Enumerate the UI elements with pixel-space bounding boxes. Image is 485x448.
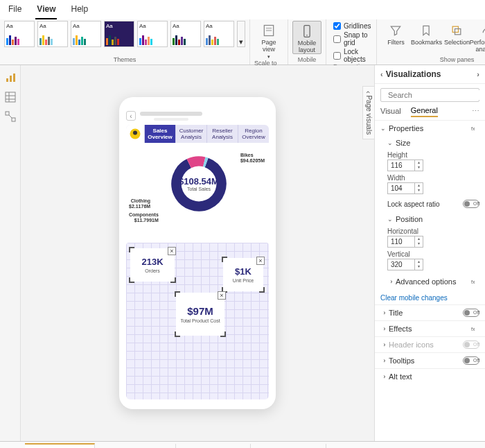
viz-header: ‹Visualizations ›	[375, 65, 485, 84]
theme-dropdown[interactable]: ▾	[237, 21, 245, 47]
performance-button[interactable]: Performanceanalyzer	[473, 21, 485, 53]
theme-swatch[interactable]: Aa	[4, 21, 35, 47]
viz-search[interactable]	[380, 88, 479, 102]
canvas[interactable]: ‹ Page visuals ‹ Sales Overview Customer…	[21, 65, 374, 441]
search-input[interactable]	[387, 90, 485, 100]
horizontal-input[interactable]: 110▴▾	[387, 236, 423, 248]
add-page-button[interactable]: +	[326, 445, 342, 449]
model-view-icon[interactable]	[5, 111, 16, 122]
donut-visual[interactable]: $108.54M Total Sales Bikes$94.6205M Clot…	[126, 144, 269, 240]
phone-tabs: Sales Overview Customer Analysis Reselle…	[126, 125, 269, 143]
gauge-icon	[480, 24, 485, 37]
theme-swatch[interactable]: Aa	[204, 21, 234, 47]
svg-rect-12	[13, 74, 15, 82]
page-tab[interactable]: Customer Analysis	[95, 444, 175, 449]
remove-card-button[interactable]: ×	[218, 291, 226, 300]
phone-back-button[interactable]: ‹	[126, 111, 136, 121]
viz-tab-general[interactable]: General	[411, 106, 438, 117]
placeholder-bar	[140, 112, 202, 116]
phone-tab-region[interactable]: Region Overview	[238, 125, 269, 143]
ribbon-group-scale: Pageview ▾ Scale to fit	[250, 19, 288, 64]
viz-more-button[interactable]: ⋯	[472, 107, 479, 117]
callout-clothing: Clothing$2.1176M	[129, 198, 150, 209]
mobile-layout-label: Mobilelayout	[298, 40, 317, 53]
page-view-label: Pageview	[261, 39, 276, 53]
field-horizontal: Horizontal 110▴▾	[387, 227, 479, 248]
total-sales-label: Total Sales	[187, 187, 211, 191]
section-properties[interactable]: ⌄Propertiesfx	[375, 121, 485, 136]
lock-checkbox[interactable]: Lock objects	[333, 48, 371, 63]
card-value: 213K	[141, 257, 163, 267]
bookmarks-button[interactable]: Bookmarks	[412, 21, 441, 53]
phone-tab-sales[interactable]: Sales Overview	[144, 125, 175, 143]
remove-card-button[interactable]: ×	[168, 247, 176, 255]
card-label: Orders	[145, 268, 159, 273]
fx-icon[interactable]: fx	[470, 278, 479, 286]
svg-point-4	[306, 35, 308, 36]
ribbon-label-panes: Show panes	[440, 56, 475, 64]
phone-frame: ‹ Sales Overview Customer Analysis Resel…	[119, 97, 276, 409]
page-tab[interactable]: Region Overview	[251, 444, 326, 449]
header-toggle: Off	[463, 341, 479, 349]
section-title[interactable]: ⌄TitleOff	[375, 305, 485, 320]
filters-button[interactable]: Filters	[381, 21, 410, 53]
menu-view[interactable]: View	[35, 3, 57, 19]
selection-button[interactable]: Selection	[442, 21, 471, 53]
phone-logo	[126, 125, 144, 143]
mobile-canvas-grid[interactable]: × 213K Orders × $1K Unit Price × $97M	[126, 243, 269, 399]
viz-tabs: Visual General ⋯	[375, 106, 485, 120]
theme-swatch[interactable]: Aa	[170, 21, 201, 47]
left-rail	[0, 65, 21, 441]
width-input[interactable]: 104▴▾	[387, 182, 423, 194]
phone-tab-reseller[interactable]: Reseller Analysis	[206, 125, 238, 143]
title-toggle[interactable]: Off	[463, 309, 479, 317]
page-view-button[interactable]: Pageview ▾	[254, 21, 283, 60]
svg-text:fx: fx	[471, 279, 475, 284]
phone-tab-customer[interactable]: Customer Analysis	[175, 125, 206, 143]
expand-pane-icon[interactable]: ›	[477, 70, 479, 78]
report-view-icon[interactable]	[5, 72, 16, 83]
height-input[interactable]: 116▴▾	[387, 160, 423, 171]
vertical-input[interactable]: 320▴▾	[387, 259, 423, 270]
section-position[interactable]: ⌄Position	[387, 211, 479, 225]
page-visuals-tab[interactable]: ‹ Page visuals	[362, 86, 374, 139]
theme-swatch[interactable]: Aa	[37, 21, 68, 47]
gridlines-checkbox[interactable]: Gridlines	[333, 22, 371, 30]
card-total-product-cost[interactable]: × $97M Total Product Cost	[176, 293, 224, 336]
ribbon-group-mobile: Mobilelayout Mobile	[288, 19, 326, 64]
section-effects[interactable]: ⌄Effectsfx	[375, 321, 485, 336]
data-view-icon[interactable]	[5, 92, 16, 103]
section-size[interactable]: ⌄Size	[387, 137, 479, 148]
theme-swatch[interactable]: Aa	[104, 21, 134, 47]
section-alt-text[interactable]: ⌄Alt text	[375, 369, 485, 384]
lock-aspect-row: Lock aspect ratio Off	[387, 200, 479, 208]
card-orders[interactable]: × 213K Orders	[130, 248, 175, 282]
svg-rect-1	[266, 28, 272, 29]
remove-card-button[interactable]: ×	[256, 257, 265, 265]
svg-text:fx: fx	[471, 126, 475, 130]
viz-tab-visual[interactable]: Visual	[380, 107, 401, 117]
fx-icon[interactable]: fx	[470, 125, 479, 132]
theme-swatch[interactable]: Aa	[71, 21, 101, 47]
mobile-layout-button[interactable]: Mobilelayout	[292, 21, 321, 54]
field-vertical: Vertical 320▴▾	[387, 250, 479, 270]
svg-point-21	[133, 131, 137, 135]
svg-rect-13	[6, 92, 15, 102]
fx-icon[interactable]: fx	[470, 325, 479, 333]
page-tab[interactable]: Sales Overview	[25, 443, 95, 449]
tooltips-toggle[interactable]: Off	[463, 356, 479, 365]
section-tooltips[interactable]: ⌄TooltipsOff	[375, 353, 485, 368]
collapse-pane-icon[interactable]: ‹	[380, 70, 383, 78]
section-advanced[interactable]: ⌄Advanced optionsfx	[387, 273, 479, 287]
total-sales-value: $108.54M	[179, 176, 219, 187]
snap-checkbox[interactable]: Snap to grid	[333, 31, 371, 46]
card-unit-price[interactable]: × $1K Unit Price	[223, 258, 263, 291]
menu-file[interactable]: File	[7, 3, 23, 19]
menu-help[interactable]: Help	[69, 3, 89, 19]
page-tab[interactable]: Reseller Analysis	[176, 444, 252, 449]
lock-aspect-toggle[interactable]: Off	[463, 200, 479, 208]
clear-mobile-link[interactable]: Clear mobile changes	[375, 291, 485, 304]
theme-swatch[interactable]: Aa	[137, 21, 168, 47]
body: ‹ Page visuals ‹ Sales Overview Customer…	[0, 65, 485, 441]
filter-icon	[389, 24, 403, 37]
